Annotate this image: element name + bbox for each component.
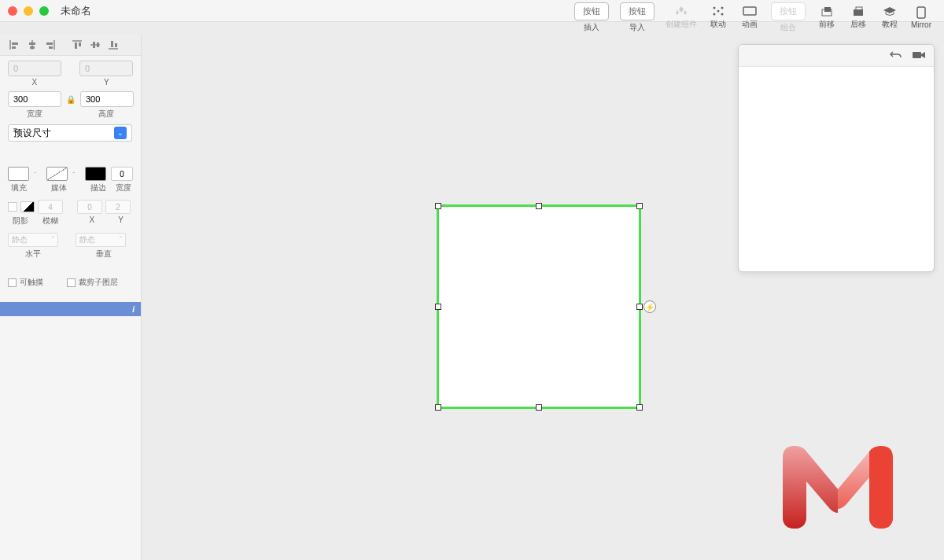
svg-rect-27 [111,41,113,47]
svg-rect-10 [917,7,925,18]
horizontal-constraint-select[interactable]: 静态ˇ [8,233,58,247]
svg-rect-9 [854,9,863,16]
height-label: 高度 [79,109,133,120]
x-label: X [8,78,61,87]
y-label: Y [79,78,133,87]
align-bottom-icon[interactable] [105,38,121,52]
width-label: 宽度 [8,109,61,120]
position-section: X Y 🔒 宽度 高度 预设尺寸 ⌄ [0,56,141,146]
chevron-down-icon[interactable]: ˇ [72,171,80,178]
preset-label: 预设尺寸 [13,127,51,140]
tutorial-icon [883,5,897,17]
undo-icon[interactable] [890,49,902,63]
svg-rect-7 [824,7,831,12]
align-top-icon[interactable] [69,38,85,52]
svg-point-0 [713,7,715,9]
chevron-down-icon: ⌄ [114,127,127,139]
backward-icon [851,5,865,17]
touchable-checkbox[interactable]: 可触摸 [8,277,43,288]
fill-swatch[interactable] [8,167,29,181]
align-center-v-icon[interactable] [87,38,103,52]
y-input[interactable] [79,61,133,76]
svg-point-4 [717,10,719,13]
shadow-y-input[interactable] [105,200,131,214]
resize-handle-tl[interactable] [435,203,441,209]
canvas[interactable]: ⚡ [142,35,944,560]
style-section: ˇ ˇ 填充 媒体 描边 宽度 阴影 模糊 X Y [0,162,141,271]
animation-icon [743,5,757,17]
options-row: 可触摸 裁剪子图层 [0,271,141,294]
preset-dropdown[interactable]: 预设尺寸 ⌄ [8,124,132,142]
forward-icon [820,5,834,17]
media-swatch[interactable] [46,167,68,181]
create-component-button[interactable]: 创建组件 [661,3,702,31]
resize-handle-bl[interactable] [435,404,441,411]
stroke-width-input[interactable] [111,167,133,181]
shadow-x-input[interactable] [77,200,102,214]
svg-point-3 [721,13,723,16]
width-input[interactable] [8,91,61,107]
layer-selection-bar[interactable]: i [0,302,141,316]
traffic-lights [8,6,49,16]
height-input[interactable] [80,91,134,107]
preview-header [739,45,934,67]
svg-rect-19 [49,46,53,49]
stroke-swatch[interactable] [85,167,106,181]
svg-rect-29 [913,52,921,58]
minimize-button[interactable] [24,6,33,16]
mirror-button[interactable]: Mirror [906,5,936,31]
shadow-color-swatch[interactable] [20,201,35,212]
svg-rect-18 [46,42,53,45]
resize-handle-tm[interactable] [536,203,542,209]
svg-rect-5 [743,7,756,15]
align-right-icon[interactable] [42,38,58,52]
backward-button[interactable]: 后移 [843,3,873,31]
shadow-checkbox[interactable] [8,202,17,212]
mirror-icon [914,6,928,19]
svg-rect-21 [75,42,77,49]
svg-point-2 [713,13,715,16]
properties-panel: X Y 🔒 宽度 高度 预设尺寸 ⌄ ˇ ˇ 填充 [0,35,142,560]
gmail-logo [771,434,905,536]
combine-button[interactable]: 按钮 组合 [766,1,810,35]
align-left-icon[interactable] [6,38,22,52]
svg-rect-15 [29,42,35,45]
clip-children-checkbox[interactable]: 裁剪子图层 [67,277,118,288]
resize-handle-ml[interactable] [435,304,441,310]
svg-rect-12 [12,42,18,45]
resize-handle-tr[interactable] [636,203,643,209]
svg-rect-25 [97,42,99,47]
alignment-toolbar [0,35,141,56]
vertical-constraint-select[interactable]: 静态ˇ [76,233,126,247]
preview-panel [738,44,935,272]
align-center-h-icon[interactable] [24,38,40,52]
svg-rect-28 [115,43,117,47]
x-input[interactable] [8,61,61,76]
forward-button[interactable]: 前移 [812,3,842,31]
animation-button[interactable]: 动画 [735,3,765,31]
svg-rect-16 [30,46,35,49]
tutorial-button[interactable]: 教程 [875,3,905,31]
resize-handle-mr[interactable] [636,304,643,310]
close-button[interactable] [8,6,17,16]
camera-icon[interactable] [912,49,926,63]
link-icon [711,5,725,17]
link-button[interactable]: 联动 [703,3,733,31]
svg-rect-22 [79,42,81,46]
selected-rectangle[interactable]: ⚡ [437,204,641,409]
chevron-down-icon[interactable]: ˇ [34,171,42,178]
lock-icon[interactable]: 🔒 [66,95,76,104]
svg-rect-13 [12,46,16,49]
blur-input[interactable] [38,200,63,214]
resize-handle-br[interactable] [636,404,643,411]
svg-rect-24 [93,42,95,48]
window-title: 未命名 [61,4,91,18]
component-icon [674,5,688,17]
import-button[interactable]: 按钮 导入 [615,1,659,35]
maximize-button[interactable] [39,6,49,16]
insert-button[interactable]: 按钮 插入 [570,1,614,35]
main-toolbar: 按钮 插入 按钮 导入 创建组件 联动 动画 按钮 组合 前移 后 [562,0,944,35]
layer-indicator: i [132,305,135,314]
lightning-icon[interactable]: ⚡ [643,300,656,313]
resize-handle-bm[interactable] [536,404,542,411]
